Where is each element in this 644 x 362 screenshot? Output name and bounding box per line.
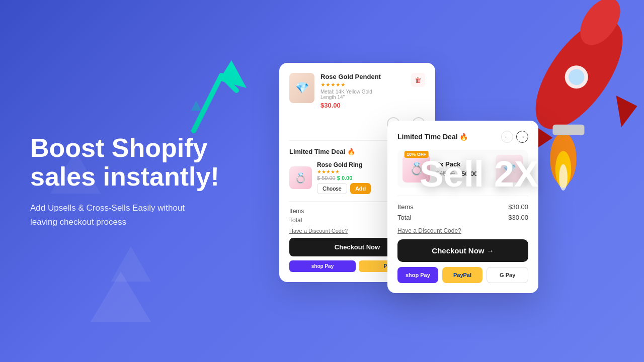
bg-decoration-2 [111,246,151,282]
arrow-graphic [186,50,247,143]
shoppay-button-front[interactable]: shop Pay [397,267,438,283]
order-summary-front: Items $30.00 Total $30.00 [397,196,528,221]
total-label-front: Total [397,214,411,221]
discount-link-front[interactable]: Have a Discount Code? [397,227,528,234]
cart-item-row: 💎 Rose Gold Pendent ★★★★★ Metal: 14K Yel… [289,73,425,109]
total-row-front: Total $30.00 [397,214,528,221]
deal-header-front: Limited Time Deal 🔥 ← → [397,131,528,143]
deal-item-image-small: 💍 [289,166,312,189]
svg-rect-11 [553,125,585,135]
svg-marker-0 [219,60,247,88]
items-row-front: Items $30.00 [397,203,528,211]
deal-title-front: Limited Time Deal 🔥 [397,133,468,141]
svg-marker-7 [616,96,637,127]
choose-button-small[interactable]: Choose [317,183,347,194]
cart-item-info: Rose Gold Pendent ★★★★★ Metal: 14K Yello… [320,73,405,109]
gpay-button-front[interactable]: G Pay [487,267,528,283]
total-label-small: Total [289,217,302,224]
cart-item-price: $30.00 [320,102,405,109]
items-label-front: Items [397,203,414,211]
deal-next-button[interactable]: → [516,131,528,143]
shoppay-button-small[interactable]: shop Pay [289,260,356,272]
deal-item-new-price: $ 0.00 [337,175,353,181]
items-value-front: $30.00 [508,203,528,211]
payment-buttons-front: shop Pay PayPal G Pay [397,267,528,283]
paypal-button-front[interactable]: PayPal [442,267,483,283]
hero-subtitle: Add Upsells & Cross-Sells Easily without… [30,201,211,228]
cart-item-name: Rose Gold Pendent [320,73,405,80]
hero-title: Boost Shopify sales instantly! [30,134,231,191]
deal-item-old-price: $ 50.00 [317,175,336,181]
svg-point-10 [559,164,568,191]
cart-item-stars: ★★★★★ [320,81,405,88]
total-value-front: $30.00 [508,214,528,221]
items-label-small: Items [289,208,304,215]
checkout-button-front[interactable]: Checkout Now → [397,239,528,262]
svg-marker-1 [191,101,201,111]
cart-item-image: 💎 [289,73,314,103]
deal-navigation: ← → [501,131,528,143]
add-button-small[interactable]: Add [350,183,371,194]
sell-2x-text: Sell 2X [420,156,538,192]
deal-prev-button[interactable]: ← [501,131,513,143]
svg-point-5 [569,69,585,85]
delete-button[interactable]: 🗑 [411,73,425,87]
cart-item-meta-1: Metal: 14K Yellow Gold [320,89,405,95]
cart-item-meta-2: Length 14" [320,95,405,100]
hero-content: Boost Shopify sales instantly! Add Upsel… [30,134,231,229]
checkout-card: Limited Time Deal 🔥 ← → 10% OFF 💍 2x Pac… [387,121,538,293]
